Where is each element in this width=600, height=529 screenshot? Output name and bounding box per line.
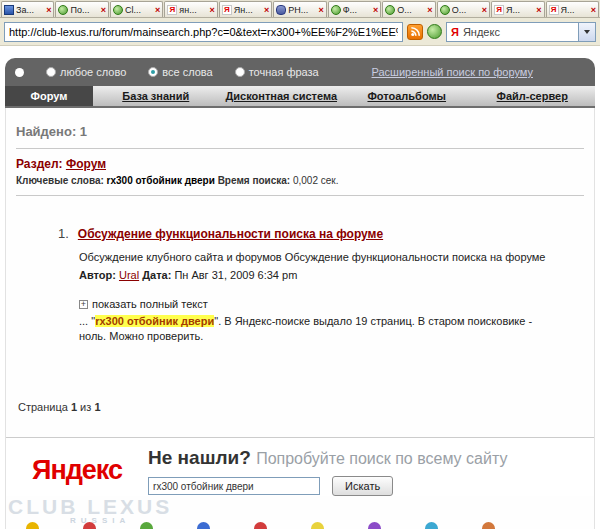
url-input[interactable] bbox=[4, 22, 403, 42]
browser-tab[interactable]: Ян... × bbox=[219, 1, 272, 17]
expand-full-text[interactable]: показать полный текст bbox=[79, 298, 584, 310]
browser-tab[interactable]: Ф... × bbox=[328, 1, 381, 17]
browser-tab-label: Я... bbox=[506, 5, 534, 15]
radio-icon bbox=[46, 67, 56, 77]
pagination: Страница 1 из 1 bbox=[18, 401, 584, 413]
close-icon[interactable]: × bbox=[264, 5, 269, 15]
close-icon[interactable]: × bbox=[46, 5, 51, 15]
clock-icon bbox=[113, 5, 123, 15]
yandex-icon bbox=[167, 5, 177, 15]
rss-icon[interactable] bbox=[407, 24, 423, 40]
browser-tab[interactable]: Cl... × bbox=[110, 1, 163, 17]
section-forum-link[interactable]: Форум bbox=[66, 157, 106, 171]
tab-label: Фотоальбомы bbox=[367, 90, 446, 102]
search-engine-label: Яндекс bbox=[463, 26, 574, 38]
php-icon bbox=[276, 5, 286, 15]
browser-tab[interactable]: Я... × bbox=[546, 1, 599, 17]
browser-tab[interactable]: ян... × bbox=[164, 1, 217, 17]
date-value: Пн Авг 31, 2009 6:34 pm bbox=[174, 269, 297, 281]
browser-tab[interactable]: За... × bbox=[1, 1, 54, 17]
browser-tab-label: Ян... bbox=[234, 5, 262, 15]
tab-label: Форум bbox=[31, 90, 68, 102]
close-icon[interactable]: × bbox=[536, 5, 541, 15]
browser-tab-label: По... bbox=[70, 5, 98, 15]
radio-icon bbox=[235, 67, 245, 77]
page-icon bbox=[4, 5, 14, 15]
tab-knowledge-base[interactable]: База знаний bbox=[93, 86, 219, 106]
radio-exact-phrase[interactable]: точная фраза bbox=[235, 66, 319, 78]
clock-icon bbox=[440, 5, 450, 15]
smiley-icon bbox=[254, 522, 267, 529]
clock-icon bbox=[331, 5, 341, 15]
smiley-icon bbox=[368, 522, 381, 529]
browser-tab-label: Ф... bbox=[343, 5, 371, 15]
radio-any-word[interactable]: любое слово bbox=[46, 66, 126, 78]
highlighted-term: rx300 отбойник двери bbox=[95, 315, 214, 327]
keywords-value: rx300 отбойник двери bbox=[107, 175, 215, 186]
close-icon[interactable]: × bbox=[155, 5, 160, 15]
close-icon[interactable]: × bbox=[101, 5, 106, 15]
close-icon[interactable]: × bbox=[427, 5, 432, 15]
yandex-icon bbox=[222, 5, 232, 15]
quote-text: ... " bbox=[79, 315, 95, 327]
page-label: Страница bbox=[18, 401, 68, 413]
browser-tab[interactable]: О... × bbox=[437, 1, 490, 17]
browser-tab[interactable]: О... × bbox=[382, 1, 435, 17]
close-icon[interactable]: × bbox=[210, 5, 215, 15]
page-of-label: из bbox=[80, 401, 91, 413]
site-nav: Форум База знаний Дисконтная система Фот… bbox=[5, 86, 595, 108]
tab-forum[interactable]: Форум bbox=[5, 86, 93, 106]
close-icon[interactable]: × bbox=[591, 5, 596, 15]
watermark-text: CLUB LEXUS bbox=[8, 496, 172, 517]
site-search-input[interactable] bbox=[148, 477, 320, 495]
yandex-logo: Яндекс bbox=[32, 455, 122, 496]
radio-all-words[interactable]: все слова bbox=[148, 66, 212, 78]
page-total: 1 bbox=[94, 401, 100, 413]
smiley-icon bbox=[482, 522, 495, 529]
clock-icon bbox=[385, 5, 395, 15]
search-result-item: 1. Обсуждение функциональности поиска на… bbox=[58, 226, 584, 345]
browser-tab[interactable]: PH... × bbox=[273, 1, 326, 17]
radio-label: любое слово bbox=[60, 66, 126, 78]
site-search-heading: Не нашли? Попробуйте поиск по всему сайт… bbox=[148, 447, 507, 469]
close-icon[interactable]: × bbox=[318, 5, 323, 15]
keywords-label: Ключевые слова: bbox=[16, 175, 104, 186]
site-search-button[interactable]: Искать bbox=[332, 476, 393, 496]
section-line: Раздел: Форум bbox=[16, 157, 584, 171]
browser-tab-label: О... bbox=[397, 5, 425, 15]
yandex-icon bbox=[494, 5, 504, 15]
search-time-label: Время поиска: bbox=[218, 175, 291, 186]
smiley-icon bbox=[425, 522, 438, 529]
section-label: Раздел: bbox=[16, 157, 63, 171]
address-bar: Яндекс bbox=[0, 18, 600, 46]
browser-tab-bar: За... × По... × Cl... × ян... × Ян... × … bbox=[0, 0, 600, 18]
advanced-search-link[interactable]: Расширенный поиск по форуму bbox=[372, 66, 534, 78]
tab-label: Файл-сервер bbox=[497, 90, 568, 102]
chevron-down-icon[interactable] bbox=[578, 23, 595, 41]
bullet-icon bbox=[15, 68, 24, 77]
browser-tab[interactable]: По... × bbox=[55, 1, 108, 17]
result-meta: Автор: Ural Дата: Пн Авг 31, 2009 6:34 p… bbox=[79, 269, 584, 281]
result-title-link[interactable]: Обсуждение функциональности поиска на фо… bbox=[78, 227, 383, 241]
author-link[interactable]: Ural bbox=[119, 269, 139, 281]
browser-tab-label: О... bbox=[452, 5, 480, 15]
tab-label: Дисконтная система bbox=[225, 90, 337, 102]
search-engine-combobox[interactable]: Яндекс bbox=[446, 22, 596, 42]
forum-search-options-bar: любое слово все слова точная фраза Расши… bbox=[5, 58, 595, 86]
result-quote: ... "rx300 отбойник двери". В Яндекс-пои… bbox=[79, 314, 534, 345]
tab-photo-albums[interactable]: Фотоальбомы bbox=[344, 86, 470, 106]
tab-discount-system[interactable]: Дисконтная система bbox=[219, 86, 345, 106]
search-time-value: 0,002 сек. bbox=[293, 175, 339, 186]
clock-icon[interactable] bbox=[427, 24, 442, 39]
author-label: Автор: bbox=[79, 269, 116, 281]
results-found-count: Найдено: 1 bbox=[16, 124, 584, 139]
date-label: Дата: bbox=[142, 269, 171, 281]
browser-window: За... × По... × Cl... × ян... × Ян... × … bbox=[0, 0, 600, 529]
radio-checked-icon bbox=[148, 67, 158, 77]
tab-file-server[interactable]: Файл-сервер bbox=[470, 86, 596, 106]
close-icon[interactable]: × bbox=[373, 5, 378, 15]
browser-tab-label: PH... bbox=[288, 5, 316, 15]
close-icon[interactable]: × bbox=[482, 5, 487, 15]
browser-tab[interactable]: Я... × bbox=[491, 1, 544, 17]
site-search-form: Искать bbox=[148, 476, 507, 496]
